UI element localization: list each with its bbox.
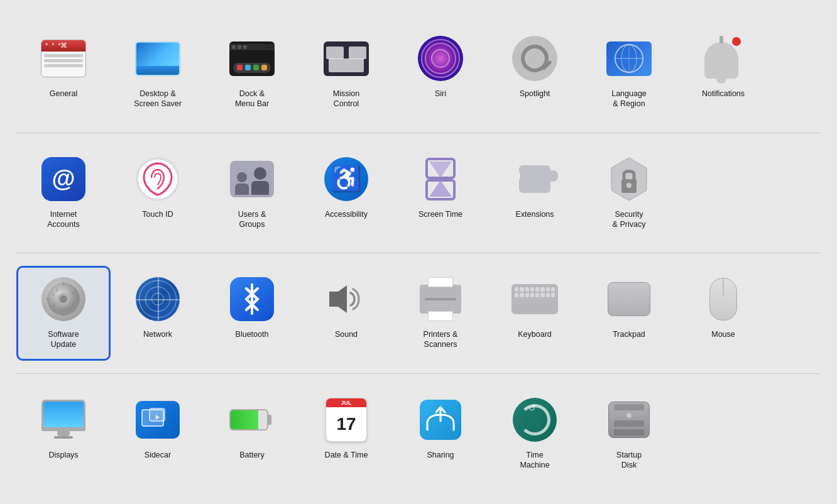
svg-point-12 <box>626 183 632 188</box>
pref-network[interactable]: Network <box>111 266 205 361</box>
timemachine-ring: ↺ <box>519 404 550 436</box>
screentime-label: Screen Time <box>418 209 462 219</box>
sharing-icon-wrapper <box>415 395 466 445</box>
users-label: Users &Groups <box>238 209 266 230</box>
pref-displays[interactable]: Displays <box>16 386 111 481</box>
pref-mouse[interactable]: Mouse <box>676 266 770 361</box>
pref-bluetooth[interactable]: Bluetooth <box>205 266 299 361</box>
pref-software-update[interactable]: SoftwareUpdate <box>16 266 111 361</box>
pref-time-machine[interactable]: ↺ TimeMachine <box>488 386 582 481</box>
pref-touch-id[interactable]: Touch ID <box>111 146 205 241</box>
mini-win1 <box>326 47 344 59</box>
display-screen <box>41 400 85 431</box>
mini-win2 <box>349 47 366 59</box>
softwareupdate-icon <box>41 277 85 321</box>
large-body <box>251 181 269 195</box>
network-icon <box>136 277 180 321</box>
key11 <box>525 293 529 297</box>
pref-siri[interactable]: Siri <box>393 25 488 120</box>
section-personal: ⌘ General Desktop &Screen Saver <box>16 19 821 126</box>
security-label: Security& Privacy <box>613 209 646 230</box>
pref-screen-time[interactable]: Screen Time <box>393 146 488 241</box>
touchid-icon <box>136 157 180 201</box>
language-icon <box>606 41 652 76</box>
pref-trackpad[interactable]: Trackpad <box>582 266 676 361</box>
desktop-icon <box>135 41 180 76</box>
pref-internet-accounts[interactable]: @ InternetAccounts <box>16 146 111 241</box>
pref-general[interactable]: ⌘ General <box>16 25 111 120</box>
section-hardware: SoftwareUpdate Network <box>16 253 821 367</box>
spotlight-icon-wrapper <box>510 33 560 84</box>
pref-notifications[interactable]: Notifications <box>676 25 770 120</box>
sound-label: Sound <box>335 329 358 339</box>
battery-icon-wrapper <box>227 395 277 445</box>
pref-accessibility[interactable]: ♿ Accessibility <box>299 146 393 241</box>
puzzle-piece <box>519 165 550 193</box>
line3 <box>44 64 83 67</box>
user-small <box>235 172 249 195</box>
key5 <box>535 287 539 292</box>
svg-marker-19 <box>329 285 347 313</box>
pref-security-privacy[interactable]: Security& Privacy <box>582 146 676 241</box>
pref-extensions[interactable]: Extensions <box>488 146 582 241</box>
pref-battery[interactable]: Battery <box>205 386 299 481</box>
pref-sound[interactable]: Sound <box>299 266 393 361</box>
dock-menu-bar <box>229 44 275 50</box>
screentime-icon-wrapper <box>415 154 466 204</box>
sharing-svg <box>425 406 456 434</box>
dock-menu-dot2 <box>238 45 241 49</box>
calendar-day: 17 <box>326 407 366 441</box>
timemachine-icon: ↺ <box>513 398 557 442</box>
key4 <box>530 287 534 292</box>
displays-icon-wrapper <box>38 395 89 445</box>
dock-bar <box>233 63 271 73</box>
spotlight-handle <box>542 60 552 70</box>
notification-badge <box>731 36 742 47</box>
calendar-month: JUL <box>326 398 366 407</box>
at-symbol: @ <box>52 165 75 192</box>
pref-dock-menubar[interactable]: Dock &Menu Bar <box>205 25 299 120</box>
extensions-label: Extensions <box>515 209 554 219</box>
pref-users-groups[interactable]: Users &Groups <box>205 146 299 241</box>
dock-menu-dot3 <box>243 45 247 49</box>
pref-startup-disk[interactable]: StartupDisk <box>582 386 676 481</box>
users-icon <box>230 161 274 197</box>
pref-date-time[interactable]: JUL 17 Date & Time <box>299 386 393 481</box>
pref-language-region[interactable]: Language& Region <box>582 25 676 120</box>
small-body <box>235 184 249 195</box>
large-head <box>254 167 266 180</box>
keyboard-icon <box>512 284 558 314</box>
dock-icon-wrapper <box>227 33 277 84</box>
keyboard-icon-wrapper <box>510 274 560 324</box>
pref-spotlight[interactable]: Spotlight <box>488 25 582 120</box>
pref-printers-scanners[interactable]: Printers &Scanners <box>393 266 488 361</box>
startupdisk-icon <box>607 400 651 440</box>
mouse-icon <box>709 278 737 320</box>
pref-keyboard[interactable]: Keyboard <box>488 266 582 361</box>
sharing-icon <box>420 400 461 440</box>
extensions-icon-wrapper <box>510 154 560 204</box>
pref-sharing[interactable]: Sharing <box>393 386 488 481</box>
touchid-icon-wrapper <box>133 154 183 204</box>
dock-icon2 <box>245 65 251 70</box>
pref-desktop-screensaver[interactable]: Desktop &Screen Saver <box>111 25 205 120</box>
pref-mission-control[interactable]: MissionControl <box>299 25 393 120</box>
dock-label: Dock &Menu Bar <box>235 89 269 109</box>
battery-label: Battery <box>239 450 265 460</box>
screentime-icon <box>419 157 462 201</box>
disk-body <box>608 402 650 438</box>
notifications-label: Notifications <box>702 89 745 99</box>
pref-sidecar[interactable]: Sidecar <box>111 386 205 481</box>
dock-icon <box>229 41 275 76</box>
bluetooth-label: Bluetooth <box>236 329 269 339</box>
net-v <box>158 277 159 321</box>
internet-label: InternetAccounts <box>47 209 79 230</box>
printers-icon <box>418 279 463 319</box>
bluetooth-svg <box>241 283 263 315</box>
svg-marker-8 <box>429 180 452 197</box>
paper-top <box>428 277 453 287</box>
spotlight-icon <box>512 36 557 81</box>
timemachine-label: TimeMachine <box>520 450 549 471</box>
dock-icon3 <box>253 65 259 70</box>
security-icon-wrapper <box>604 154 654 204</box>
